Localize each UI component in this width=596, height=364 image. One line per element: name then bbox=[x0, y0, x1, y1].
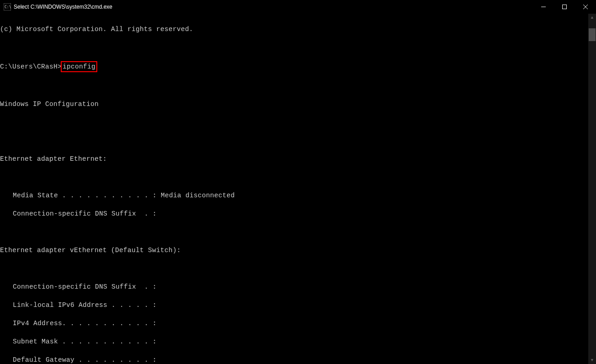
window-titlebar[interactable]: C:\ Select C:\WINDOWS\system32\cmd.exe bbox=[0, 0, 596, 14]
command-highlight: ipconfig bbox=[61, 61, 97, 72]
minimize-button[interactable] bbox=[533, 0, 554, 14]
output-line: Connection-specific DNS Suffix . : bbox=[0, 209, 596, 218]
scroll-up-icon[interactable]: ▲ bbox=[588, 14, 596, 21]
config-header: Windows IP Configuration bbox=[0, 100, 596, 109]
output-line: Default Gateway . . . . . . . . . : bbox=[0, 355, 596, 364]
svg-text:C:\: C:\ bbox=[5, 5, 11, 9]
output-line: Media State . . . . . . . . . . . : Medi… bbox=[0, 191, 596, 200]
output-line: Subnet Mask . . . . . . . . . . . : bbox=[0, 337, 596, 346]
maximize-button[interactable] bbox=[554, 0, 575, 14]
output-line: IPv4 Address. . . . . . . . . . . : bbox=[0, 319, 596, 328]
output-line: Link-local IPv6 Address . . . . . : bbox=[0, 301, 596, 310]
section-title: Ethernet adapter Ethernet: bbox=[0, 154, 596, 164]
close-button[interactable] bbox=[575, 0, 596, 14]
section-title: Ethernet adapter vEthernet (Default Swit… bbox=[0, 246, 596, 255]
output-line: Connection-specific DNS Suffix . : bbox=[0, 282, 596, 291]
window-controls bbox=[533, 0, 596, 14]
vertical-scrollbar[interactable]: ▲ ▼ bbox=[588, 14, 596, 364]
window-title: Select C:\WINDOWS\system32\cmd.exe bbox=[14, 4, 112, 10]
prompt-line: C:\Users\CRasH>ipconfig bbox=[0, 61, 596, 72]
cmd-icon: C:\ bbox=[4, 3, 11, 11]
scroll-down-icon[interactable]: ▼ bbox=[588, 356, 596, 364]
terminal-output[interactable]: (c) Microsoft Corporation. All rights re… bbox=[0, 14, 596, 364]
copyright-line: (c) Microsoft Corporation. All rights re… bbox=[0, 25, 596, 34]
svg-rect-3 bbox=[563, 5, 567, 9]
prompt-prefix: C:\Users\CRasH> bbox=[0, 63, 62, 70]
scrollbar-thumb[interactable] bbox=[589, 28, 596, 41]
